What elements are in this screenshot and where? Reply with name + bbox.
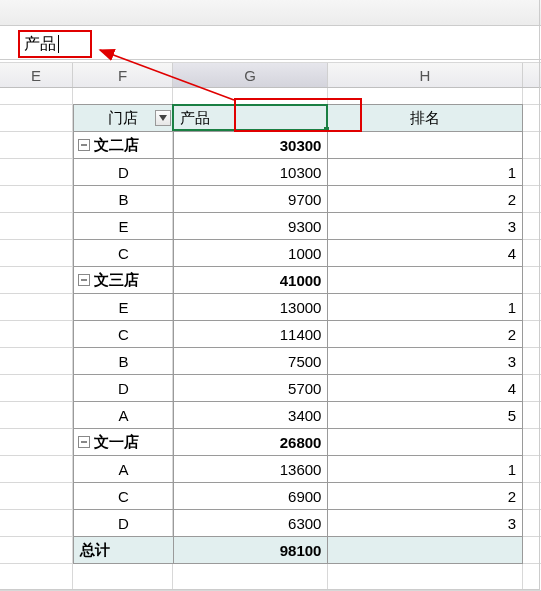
rank-label: 3 [508, 218, 516, 235]
pivot-header-product[interactable]: 产品 [174, 105, 329, 131]
value-cell[interactable]: 13000 [174, 294, 329, 320]
group-total: 26800 [280, 434, 322, 451]
group-total-cell[interactable]: 26800 [174, 429, 329, 455]
value-label: 13600 [280, 461, 322, 478]
pivot-header-store[interactable]: 门店 [74, 105, 174, 131]
value-label: 5700 [288, 380, 321, 397]
table-row: B75003 [74, 348, 523, 375]
collapse-icon[interactable] [78, 274, 90, 286]
item-cell[interactable]: A [74, 456, 174, 482]
rank-label: 4 [508, 380, 516, 397]
value-cell[interactable]: 6300 [174, 510, 329, 536]
collapse-icon[interactable] [78, 139, 90, 151]
column-header-g[interactable]: G [173, 63, 328, 87]
rank-cell[interactable]: 3 [328, 348, 523, 374]
value-label: 9700 [288, 191, 321, 208]
group-name: 文二店 [94, 136, 139, 155]
group-name: 文一店 [94, 433, 139, 452]
group-total: 41000 [280, 272, 322, 289]
ribbon-strip [0, 0, 541, 26]
item-cell[interactable]: C [74, 321, 174, 347]
collapse-icon[interactable] [78, 436, 90, 448]
grand-total-rank[interactable] [328, 537, 523, 563]
formula-input[interactable]: 产品 [18, 30, 92, 58]
table-row: D57004 [74, 375, 523, 402]
group-name-cell[interactable]: 文一店 [74, 429, 174, 455]
svg-marker-0 [159, 115, 167, 121]
group-total: 30300 [280, 137, 322, 154]
item-label: A [118, 461, 128, 478]
item-cell[interactable]: B [74, 348, 174, 374]
group-name-cell[interactable]: 文三店 [74, 267, 174, 293]
value-cell[interactable]: 1000 [174, 240, 329, 266]
item-label: A [118, 407, 128, 424]
table-row: D63003 [74, 510, 523, 537]
item-label: C [118, 245, 129, 262]
table-row: E130001 [74, 294, 523, 321]
rank-cell[interactable]: 2 [328, 186, 523, 212]
value-cell[interactable]: 9300 [174, 213, 329, 239]
text-caret [58, 35, 59, 53]
value-label: 1000 [288, 245, 321, 262]
grand-total-value[interactable]: 98100 [174, 537, 329, 563]
group-total-cell[interactable]: 41000 [174, 267, 329, 293]
value-label: 7500 [288, 353, 321, 370]
group-rank-cell[interactable] [328, 429, 523, 455]
value-cell[interactable]: 11400 [174, 321, 329, 347]
item-cell[interactable]: C [74, 240, 174, 266]
formula-bar: 产品 [0, 26, 541, 60]
pivot-table: 门店 产品 排名 文二店30300D103001B97002E93003C100… [73, 104, 523, 564]
rank-cell[interactable]: 2 [328, 483, 523, 509]
table-row: D103001 [74, 159, 523, 186]
rank-cell[interactable]: 2 [328, 321, 523, 347]
rank-label: 4 [508, 245, 516, 262]
value-cell[interactable]: 5700 [174, 375, 329, 401]
value-cell[interactable]: 3400 [174, 402, 329, 428]
item-label: D [118, 380, 129, 397]
table-row: E93003 [74, 213, 523, 240]
grand-total-label[interactable]: 总计 [74, 537, 174, 563]
column-header-f[interactable]: F [73, 63, 173, 87]
item-cell[interactable]: E [74, 213, 174, 239]
value-label: 13000 [280, 299, 322, 316]
item-cell[interactable]: D [74, 159, 174, 185]
rank-label: 1 [508, 299, 516, 316]
pivot-subtotal-row: 文一店26800 [74, 429, 523, 456]
item-cell[interactable]: C [74, 483, 174, 509]
worksheet-area[interactable]: 门店 产品 排名 文二店30300D103001B97002E93003C100… [0, 88, 541, 591]
rank-cell[interactable]: 3 [328, 510, 523, 536]
rank-cell[interactable]: 3 [328, 213, 523, 239]
column-header-h[interactable]: H [328, 63, 523, 87]
item-cell[interactable]: A [74, 402, 174, 428]
column-header-e[interactable]: E [0, 63, 73, 87]
group-rank-cell[interactable] [328, 132, 523, 158]
item-label: D [118, 515, 129, 532]
item-cell[interactable]: E [74, 294, 174, 320]
item-cell[interactable]: B [74, 186, 174, 212]
pivot-header-rank[interactable]: 排名 [328, 105, 523, 131]
rank-cell[interactable]: 1 [328, 456, 523, 482]
rank-cell[interactable]: 5 [328, 402, 523, 428]
value-cell[interactable]: 13600 [174, 456, 329, 482]
rank-label: 1 [508, 164, 516, 181]
rank-cell[interactable]: 4 [328, 240, 523, 266]
pivot-subtotal-row: 文三店41000 [74, 267, 523, 294]
rank-label: 1 [508, 461, 516, 478]
rank-cell[interactable]: 1 [328, 159, 523, 185]
item-cell[interactable]: D [74, 510, 174, 536]
item-cell[interactable]: D [74, 375, 174, 401]
table-row: C10004 [74, 240, 523, 267]
group-rank-cell[interactable] [328, 267, 523, 293]
filter-dropdown-icon[interactable] [155, 110, 171, 126]
value-cell[interactable]: 7500 [174, 348, 329, 374]
rank-cell[interactable]: 1 [328, 294, 523, 320]
value-cell[interactable]: 9700 [174, 186, 329, 212]
table-row: B97002 [74, 186, 523, 213]
value-cell[interactable]: 10300 [174, 159, 329, 185]
rank-cell[interactable]: 4 [328, 375, 523, 401]
group-name-cell[interactable]: 文二店 [74, 132, 174, 158]
rank-label: 2 [508, 326, 516, 343]
value-label: 11400 [280, 326, 322, 343]
group-total-cell[interactable]: 30300 [174, 132, 329, 158]
value-cell[interactable]: 6900 [174, 483, 329, 509]
